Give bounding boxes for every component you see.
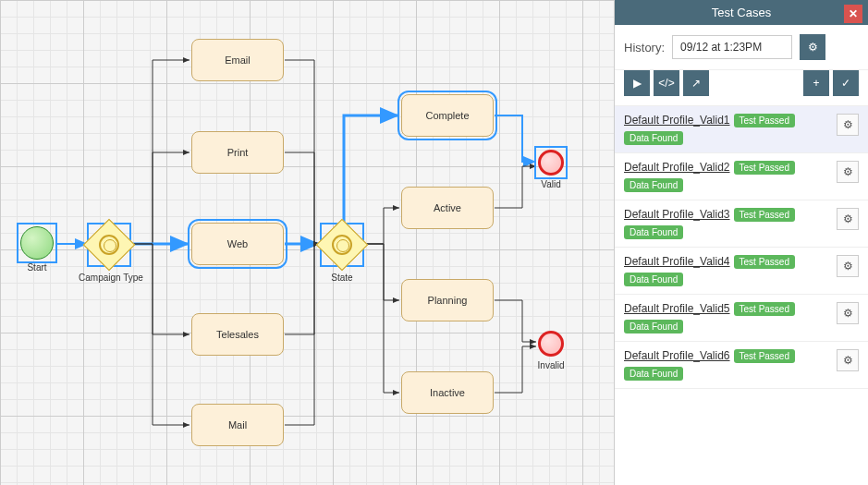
gateway-state[interactable] bbox=[324, 226, 361, 263]
test-case-row[interactable]: Default Profile_Valid4Test PassedData Fo… bbox=[615, 248, 868, 295]
add-button[interactable]: + bbox=[803, 70, 829, 96]
task-web[interactable]: Web bbox=[191, 223, 284, 265]
test-case-row[interactable]: Default Profile_Valid1Test PassedData Fo… bbox=[615, 106, 868, 153]
task-active[interactable]: Active bbox=[401, 187, 494, 229]
history-row: History: ⚙ bbox=[615, 25, 868, 70]
gear-icon: ⚙ bbox=[843, 165, 853, 178]
status-badge: Test Passed bbox=[734, 302, 795, 316]
test-case-row[interactable]: Default Profile_Valid2Test PassedData Fo… bbox=[615, 153, 868, 200]
gear-icon: ⚙ bbox=[843, 354, 853, 367]
history-input[interactable] bbox=[672, 35, 792, 59]
task-planning[interactable]: Planning bbox=[401, 279, 494, 321]
end-event-invalid[interactable] bbox=[538, 331, 564, 357]
test-case-name[interactable]: Default Profile_Valid1 bbox=[624, 114, 730, 127]
code-icon: </> bbox=[658, 77, 674, 90]
gateway2-label: State bbox=[319, 273, 365, 283]
diagram-canvas[interactable]: Start Campaign Type Email Print Web Tele… bbox=[0, 0, 614, 485]
task-email[interactable]: Email bbox=[191, 39, 284, 81]
end-event-valid[interactable] bbox=[538, 150, 564, 176]
status-badge: Test Passed bbox=[734, 349, 795, 363]
task-telesales[interactable]: Telesales bbox=[191, 313, 284, 356]
data-badge: Data Found bbox=[624, 225, 683, 239]
test-case-name[interactable]: Default Profile_Valid5 bbox=[624, 302, 730, 315]
share-button[interactable]: ↗ bbox=[683, 70, 709, 96]
start-label: Start bbox=[20, 262, 54, 273]
toolbar: ▶ </> ↗ + ✓ bbox=[615, 70, 868, 106]
confirm-button[interactable]: ✓ bbox=[833, 70, 859, 96]
close-icon: ✕ bbox=[849, 7, 858, 20]
history-settings-button[interactable]: ⚙ bbox=[800, 34, 825, 60]
play-icon: ▶ bbox=[633, 77, 642, 90]
task-complete[interactable]: Complete bbox=[401, 94, 494, 137]
run-button[interactable]: ▶ bbox=[624, 70, 650, 96]
test-case-list[interactable]: Default Profile_Valid1Test PassedData Fo… bbox=[615, 106, 868, 485]
status-badge: Test Passed bbox=[734, 161, 795, 175]
test-cases-panel: Test Cases ✕ History: ⚙ ▶ </> ↗ + ✓ Defa… bbox=[614, 0, 868, 485]
test-case-name[interactable]: Default Profile_Valid4 bbox=[624, 255, 730, 268]
row-settings-button[interactable]: ⚙ bbox=[837, 208, 859, 230]
test-case-row[interactable]: Default Profile_Valid3Test PassedData Fo… bbox=[615, 200, 868, 248]
data-badge: Data Found bbox=[624, 367, 683, 381]
gear-icon: ⚙ bbox=[808, 41, 818, 54]
row-settings-button[interactable]: ⚙ bbox=[837, 161, 859, 183]
data-badge: Data Found bbox=[624, 273, 683, 286]
gear-icon: ⚙ bbox=[843, 260, 853, 273]
panel-title: Test Cases bbox=[712, 6, 771, 19]
task-mail[interactable]: Mail bbox=[191, 404, 284, 446]
status-badge: Test Passed bbox=[734, 208, 795, 222]
status-badge: Test Passed bbox=[734, 255, 795, 269]
row-settings-button[interactable]: ⚙ bbox=[837, 302, 859, 324]
code-button[interactable]: </> bbox=[654, 70, 679, 96]
test-case-row[interactable]: Default Profile_Valid6Test PassedData Fo… bbox=[615, 342, 868, 389]
start-event[interactable] bbox=[20, 226, 54, 260]
row-settings-button[interactable]: ⚙ bbox=[837, 114, 859, 136]
row-settings-button[interactable]: ⚙ bbox=[837, 349, 859, 371]
test-case-name[interactable]: Default Profile_Valid2 bbox=[624, 161, 730, 174]
test-case-row[interactable]: Default Profile_Valid5Test PassedData Fo… bbox=[615, 295, 868, 342]
gear-icon: ⚙ bbox=[843, 212, 853, 225]
close-button[interactable]: ✕ bbox=[844, 5, 862, 23]
end-invalid-label: Invalid bbox=[532, 360, 569, 370]
share-icon: ↗ bbox=[691, 77, 701, 90]
history-label: History: bbox=[624, 41, 665, 55]
task-print[interactable]: Print bbox=[191, 131, 284, 174]
data-badge: Data Found bbox=[624, 178, 683, 192]
check-icon: ✓ bbox=[841, 77, 850, 90]
panel-header: Test Cases ✕ bbox=[615, 0, 868, 25]
test-case-name[interactable]: Default Profile_Valid3 bbox=[624, 208, 730, 221]
data-badge: Data Found bbox=[624, 131, 683, 145]
gateway1-label: Campaign Type bbox=[74, 273, 148, 283]
gear-icon: ⚙ bbox=[843, 307, 853, 320]
gear-icon: ⚙ bbox=[843, 118, 853, 131]
end-valid-label: Valid bbox=[534, 179, 568, 189]
test-case-name[interactable]: Default Profile_Valid6 bbox=[624, 349, 730, 362]
plus-icon: + bbox=[813, 77, 819, 90]
task-inactive[interactable]: Inactive bbox=[401, 371, 494, 414]
data-badge: Data Found bbox=[624, 320, 683, 333]
gateway-campaign-type[interactable] bbox=[91, 226, 128, 263]
status-badge: Test Passed bbox=[734, 114, 795, 127]
row-settings-button[interactable]: ⚙ bbox=[837, 255, 859, 277]
